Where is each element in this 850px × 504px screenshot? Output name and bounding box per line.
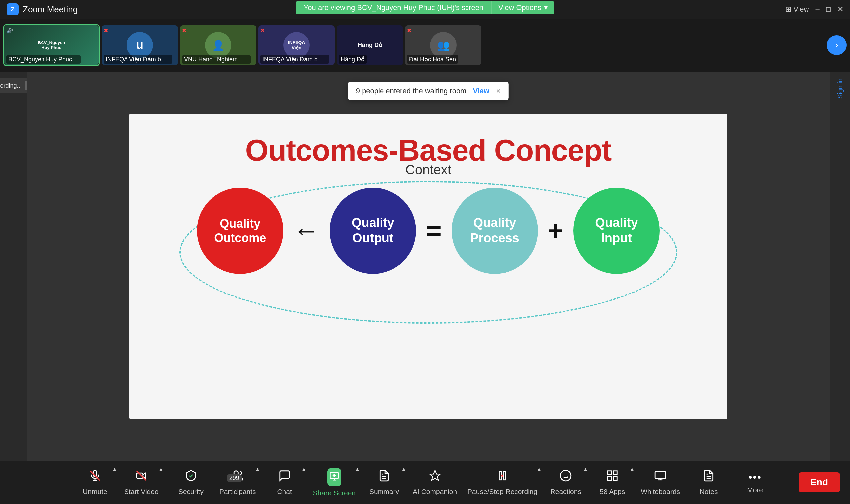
participant-tile[interactable]: INFEQA Viện INFEQA Viện Đảm bảo ... ✖ [258,25,335,65]
shield-icon [185,469,197,485]
apps-caret[interactable]: ▲ [629,466,635,473]
toolbar-item-apps[interactable]: ▲ 58 Apps [589,461,635,504]
toolbar-item-notes[interactable]: Notes [685,461,732,504]
toolbar-item-ai-companion[interactable]: AI Companion [408,461,462,504]
window-controls: ⊞ View – □ ✕ [785,5,843,14]
notification-close-button[interactable]: × [496,86,501,96]
circle-quality-input: QualityInput [574,187,660,274]
reactions-label: Reactions [550,488,581,496]
mic-off-icon: ✖ [104,27,108,34]
notes-label: Notes [700,488,718,496]
participants-label: Participants [219,488,256,496]
close-button[interactable]: ✕ [837,5,843,14]
notification-text: 9 people entered the waiting room [356,87,467,95]
toolbar-item-security[interactable]: Security [168,461,214,504]
more-icon: ••• [748,471,762,483]
slide-diagram: Context QualityOutcome ← QualityOutput =… [156,187,701,274]
unmute-label: Unmute [83,488,107,496]
unmute-caret[interactable]: ▲ [112,466,117,473]
video-off-icon [135,469,148,485]
whiteboard-icon [654,469,667,485]
summary-label: Summary [369,488,399,496]
toolbar-item-participants[interactable]: 299 ▲ Participants [214,461,261,504]
zoom-icon: Z [7,3,19,15]
toolbar-item-chat[interactable]: ▲ Chat [261,461,308,504]
svg-rect-20 [613,477,617,481]
participants-caret[interactable]: ▲ [255,466,261,473]
end-button[interactable]: End [798,472,840,492]
mic-off-icon: ✖ [182,27,186,34]
participants-icon: 299 [231,469,244,485]
security-label: Security [178,488,203,496]
svg-point-13 [501,474,503,476]
apps-label: 58 Apps [600,488,625,496]
minimize-button[interactable]: – [815,5,819,14]
toolbar-item-more[interactable]: ••• More [732,461,778,504]
recording-label: Recording... [0,82,22,89]
svg-marker-10 [430,470,440,481]
arrow-left-icon: ← [293,215,320,246]
toolbar-item-whiteboards[interactable]: Whiteboards [635,461,685,504]
toolbar-item-summary[interactable]: ▲ Summary [361,461,408,504]
slide-area: 9 people entered the waiting room View ×… [26,72,830,461]
chevron-down-icon: ▾ [544,3,547,12]
toolbar-item-unmute[interactable]: ▲ Unmute [72,461,118,504]
participant-tile[interactable]: BCV_NguyenHuy Phuc BCV_Nguyen Huy Phuc .… [3,24,100,66]
mic-off-icon [89,469,101,485]
pause-recording-caret[interactable]: ▲ [536,466,542,473]
participant-name: BCV_Nguyen Huy Phuc ... [6,55,81,64]
share-screen-icon [327,468,341,486]
participant-name: INFEQA Viện Đảm bảo ... [260,55,329,64]
toolbar-item-reactions[interactable]: ▲ Reactions [543,461,589,504]
view-options-button[interactable]: View Options ▾ [491,1,554,14]
plus-operator: + [548,215,563,246]
next-participants-button[interactable]: › [827,35,847,55]
circle-quality-output: QualityOutput [330,187,416,274]
participant-name: Đại Học Hoa Sen [407,55,458,64]
notes-icon [702,469,715,485]
participant-count-badge: 299 [227,474,242,482]
ai-companion-label: AI Companion [413,488,457,496]
left-sidebar: ✓ Recording... ⏸ ⏹ [0,72,26,461]
view-button[interactable]: ⊞ View [785,5,809,14]
participant-tile[interactable]: u INFEQA Viện Đảm bảo ... ✖ [102,25,178,65]
slide-content: Outcomes-Based Concept Context QualityOu… [129,113,727,419]
circle-quality-process: QualityProcess [452,187,538,274]
participant-tile[interactable]: Hàng Đỗ Hàng Đỗ [337,25,403,65]
title-bar: Z Zoom Meeting You are viewing BCV_Nguye… [0,0,850,19]
circle-quality-outcome: QualityOutcome [197,187,283,274]
whiteboards-label: Whiteboards [641,488,680,496]
participant-tile[interactable]: 👤 VNU Hanoi. Nghiem Xu... ✖ [180,25,256,65]
svg-rect-21 [655,471,666,479]
participant-tile[interactable]: 👥 Đại Học Hoa Sen ✖ [405,25,482,65]
right-sidebar: Sign in [830,72,850,461]
svg-rect-19 [608,477,611,481]
pause-recording-label: Pause/Stop Recording [468,488,537,496]
toolbar: ▲ Unmute ▲ Start Video Security [0,461,850,504]
chat-caret[interactable]: ▲ [301,466,307,473]
reactions-caret[interactable]: ▲ [582,466,589,473]
video-caret[interactable]: ▲ [158,466,164,473]
context-label: Context [405,162,451,177]
share-screen-label: Share Screen [313,489,356,497]
equals-operator: = [426,215,441,246]
app-title: Zoom Meeting [22,4,78,15]
summary-caret[interactable]: ▲ [401,466,407,473]
reactions-icon [559,469,572,485]
svg-rect-12 [503,471,505,480]
notification-banner: 9 people entered the waiting room View × [348,82,509,100]
svg-rect-11 [500,471,501,480]
toolbar-item-start-video[interactable]: ▲ Start Video [118,461,165,504]
svg-point-14 [560,470,571,481]
sign-in-button[interactable]: Sign in [836,78,844,98]
share-screen-caret[interactable]: ▲ [354,466,360,473]
svg-line-5 [137,471,146,481]
toolbar-item-share-screen[interactable]: ▲ Share Screen [308,461,361,504]
svg-rect-17 [608,471,611,474]
notification-view-button[interactable]: View [473,87,489,95]
mic-off-icon: 🔊 [6,27,13,34]
chat-icon [278,469,291,485]
maximize-button[interactable]: □ [827,5,831,14]
grid-icon: ⊞ [785,5,791,14]
toolbar-item-pause-recording[interactable]: ▲ Pause/Stop Recording [462,461,543,504]
